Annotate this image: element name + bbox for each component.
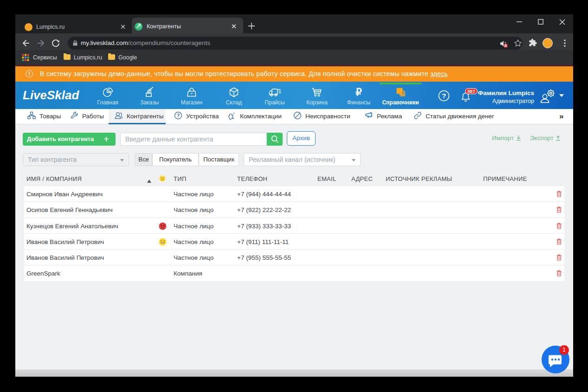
svg-text:?: ? [442, 92, 446, 100]
svg-text:₽: ₽ [355, 87, 362, 97]
svg-text:?: ? [177, 113, 180, 118]
